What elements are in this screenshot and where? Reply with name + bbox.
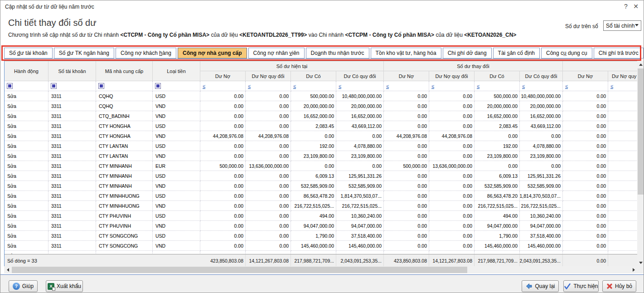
cell-value	[608, 131, 637, 141]
action-edit-link[interactable]: Sửa	[5, 201, 48, 211]
cell-value: 94,047,000.00	[475, 221, 520, 231]
cell-value: 0.00	[429, 221, 475, 231]
cancel-button[interactable]: Hủy bỏ	[602, 280, 636, 292]
tab-item-6[interactable]: Doanh thu nhận trước	[306, 48, 369, 59]
x-icon	[606, 283, 613, 289]
action-edit-link[interactable]: Sửa	[5, 111, 48, 121]
action-edit-link[interactable]: Sửa	[5, 251, 48, 254]
action-edit-link[interactable]: Sửa	[5, 91, 48, 101]
column-header-fixed[interactable]: Loại tiền	[153, 61, 200, 81]
action-edit-link[interactable]: Sửa	[5, 191, 48, 201]
filter-operator-icon[interactable]: ≤	[339, 83, 341, 89]
filter-operator-icon[interactable]: ≤	[248, 83, 251, 89]
cell-value: 0.00	[246, 241, 291, 251]
table-row: Sửa3311CTY MINHANHVND0.000.00532,585,909…	[5, 181, 637, 191]
help-button[interactable]: ? Giúp	[9, 280, 38, 292]
action-edit-link[interactable]: Sửa	[5, 171, 48, 181]
filter-type-icon[interactable]	[7, 83, 13, 89]
action-edit-link[interactable]: Sửa	[5, 131, 48, 141]
column-header[interactable]: Dư Nợ quy đổi	[246, 71, 291, 81]
tab-item-10[interactable]: Công cụ dụng cụ	[541, 48, 592, 59]
column-header[interactable]: Dư Có quy đổi	[336, 71, 384, 81]
cell-supplier: CTY SONGCONG	[96, 241, 153, 251]
cell-value: 0.00	[429, 121, 475, 131]
cell-supplier: CTY MINHANH	[96, 181, 153, 191]
action-edit-link[interactable]: Sửa	[5, 151, 48, 161]
cell-value: 0.00	[429, 201, 475, 211]
column-group-header: Số dư thay đổi	[384, 61, 563, 71]
description-segment: vào Chi nhánh	[307, 32, 345, 38]
cell-value: 0.00	[563, 191, 608, 201]
tab-item-5[interactable]: Công nợ nhân viên	[248, 48, 305, 59]
filter-operator-icon[interactable]: ≤	[565, 83, 568, 89]
close-icon[interactable]: ✕	[632, 3, 640, 10]
cell-value: 37,518,400.00	[336, 231, 384, 241]
filter-operator-icon[interactable]: ≤	[522, 83, 525, 89]
action-edit-link[interactable]: Sửa	[5, 101, 48, 111]
execute-button[interactable]: Thực hiện	[563, 280, 599, 292]
balance-book-dropdown[interactable]: Sổ tài chính	[603, 20, 641, 31]
filter-operator-icon[interactable]: ≤	[477, 83, 479, 89]
cell-value: 0.00	[246, 201, 291, 211]
filter-operator-icon[interactable]: ≤	[431, 83, 434, 89]
column-header[interactable]: Dư Có	[291, 71, 336, 81]
action-edit-link[interactable]: Sửa	[5, 211, 48, 221]
filter-type-icon[interactable]	[98, 83, 104, 89]
export-button[interactable]: X Xuất khẩu	[46, 280, 83, 292]
back-button[interactable]: Quay lại	[522, 280, 559, 292]
action-edit-link[interactable]: Sửa	[5, 121, 48, 131]
action-edit-link[interactable]: Sửa	[5, 161, 48, 171]
column-header[interactable]: Dư Có quy đổi	[520, 71, 563, 81]
filter-type-icon[interactable]	[51, 83, 57, 89]
column-header[interactable]: Dư Nợ	[563, 71, 608, 81]
action-edit-link[interactable]: Sửa	[5, 231, 48, 241]
scroll-up-icon[interactable]	[637, 61, 644, 68]
scroll-left-icon[interactable]	[4, 266, 11, 273]
action-edit-link[interactable]: Sửa	[5, 141, 48, 151]
filter-cell: ≤	[200, 81, 246, 91]
description-text: Chương trình sẽ cập nhật số dư từ Chi nh…	[8, 32, 516, 38]
cell-value: 117,500,000.00	[336, 251, 384, 254]
column-header-fixed[interactable]: Mã nhà cung cấp	[96, 61, 153, 81]
tab-item-9[interactable]: Tài sản cố định	[493, 48, 540, 59]
column-header[interactable]: Dư Nợ quy đổi	[429, 71, 475, 81]
tab-item-11[interactable]: Chi phí trả trước	[594, 48, 644, 59]
filter-operator-icon[interactable]: ≤	[293, 83, 296, 89]
cell-account: 3311	[48, 251, 96, 254]
titlebar-help-icon[interactable]: ?	[622, 3, 630, 10]
column-header[interactable]: Dư Nợ	[384, 71, 429, 81]
action-edit-link[interactable]: Sửa	[5, 221, 48, 231]
tab-item-4[interactable]: Công nợ nhà cung cấp	[178, 48, 247, 59]
column-group-header: Số dư hiện tại	[200, 61, 384, 71]
cell-value: 0.00	[246, 151, 291, 161]
cell-value: 13,636,000,000.00	[429, 161, 475, 171]
grid-footer: Số dòng = 33423,850,803.0814,121,267,803…	[5, 254, 637, 266]
tab-item-1[interactable]: Số dư tài khoản	[4, 48, 53, 59]
vertical-scrollbar-thumb[interactable]	[638, 68, 644, 195]
tab-item-3[interactable]: Công nợ khách hàng	[116, 48, 176, 59]
cell-supplier: CTQ_BADINH	[96, 111, 153, 121]
column-header-fixed[interactable]: Số tài khoản	[48, 61, 96, 81]
scroll-right-icon[interactable]	[630, 266, 637, 273]
filter-operator-icon[interactable]: ≤	[610, 83, 613, 89]
cell-value: 0.00	[429, 171, 475, 181]
scroll-down-icon[interactable]	[637, 259, 644, 266]
horizontal-scrollbar-thumb[interactable]	[12, 267, 467, 273]
footer-total: 423,850,803.08	[384, 254, 429, 266]
column-header[interactable]: Dư Có	[475, 71, 520, 81]
action-edit-link[interactable]: Sửa	[5, 181, 48, 191]
column-header[interactable]: Dư Nợ	[200, 71, 246, 81]
cell-value	[608, 181, 637, 191]
tab-item-2[interactable]: Số dư TK ngân hàng	[54, 48, 114, 59]
action-edit-link[interactable]: Sửa	[5, 241, 48, 251]
filter-type-icon[interactable]	[155, 83, 161, 89]
vertical-scrollbar[interactable]	[637, 61, 644, 266]
tab-item-8[interactable]: Chi phí dở dang	[443, 48, 492, 59]
horizontal-scrollbar[interactable]	[4, 266, 637, 273]
column-header-fixed[interactable]: Hành động	[5, 61, 48, 81]
filter-operator-icon[interactable]: ≤	[203, 83, 205, 89]
filter-operator-icon[interactable]: ≤	[386, 83, 389, 89]
cell-value: 0.00	[563, 201, 608, 211]
tab-item-7[interactable]: Tồn kho vật tư, hàng hóa	[371, 48, 441, 59]
column-header[interactable]: Dư Nợ quy đổi	[608, 71, 637, 81]
